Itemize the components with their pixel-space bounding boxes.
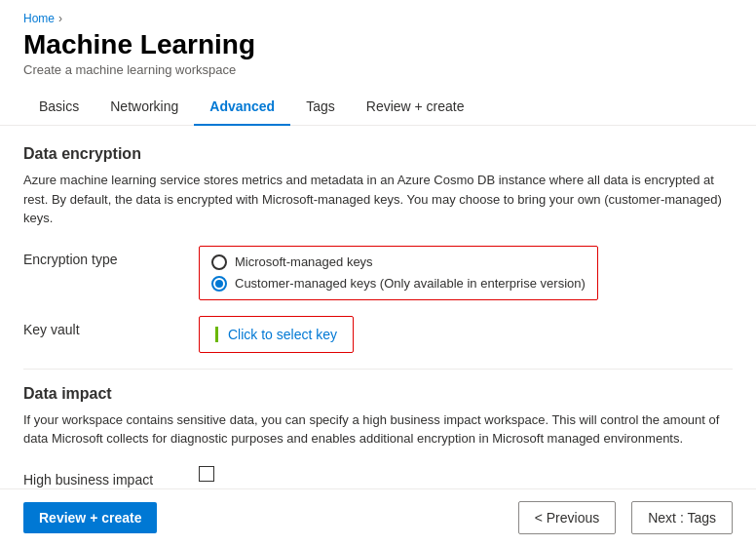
radio-customer-managed[interactable]: Customer-managed keys (Only available in…: [211, 276, 586, 292]
encryption-section-desc: Azure machine learning service stores me…: [23, 171, 733, 228]
page-title: Machine Learning: [23, 29, 733, 60]
radio-microsoft-managed[interactable]: Microsoft-managed keys: [211, 254, 586, 270]
breadcrumb-separator: ›: [58, 12, 62, 25]
next-button[interactable]: Next : Tags: [631, 501, 733, 534]
encryption-radio-group: Microsoft-managed keys Customer-managed …: [199, 246, 598, 300]
tab-networking[interactable]: Networking: [94, 89, 194, 126]
high-impact-control: [199, 466, 733, 482]
data-impact-title: Data impact: [23, 385, 733, 403]
tab-advanced[interactable]: Advanced: [194, 89, 290, 126]
page-subtitle: Create a machine learning workspace: [23, 62, 733, 77]
breadcrumb: Home ›: [0, 0, 756, 29]
radio-customer-managed-label: Customer-managed keys (Only available in…: [235, 276, 586, 291]
tab-review-create[interactable]: Review + create: [351, 89, 480, 126]
divider: [23, 369, 733, 370]
tab-tags[interactable]: Tags: [290, 89, 351, 126]
key-vault-row: Key vault Click to select key: [23, 316, 733, 353]
data-impact-desc: If your workspace contains sensitive dat…: [23, 410, 733, 448]
tab-basics[interactable]: Basics: [23, 89, 94, 126]
radio-microsoft-managed-label: Microsoft-managed keys: [235, 254, 373, 269]
encryption-type-label: Encryption type: [23, 246, 199, 267]
page-header: Machine Learning Create a machine learni…: [0, 29, 756, 89]
footer-right: < Previous Next : Tags: [518, 501, 733, 534]
encryption-type-control: Microsoft-managed keys Customer-managed …: [199, 246, 733, 300]
encryption-type-row: Encryption type Microsoft-managed keys C…: [23, 246, 733, 300]
tab-bar: Basics Networking Advanced Tags Review +…: [0, 89, 756, 126]
high-impact-checkbox-wrapper[interactable]: [199, 466, 733, 482]
footer: Review + create < Previous Next : Tags: [0, 488, 756, 546]
main-content: Data encryption Azure machine learning s…: [0, 126, 756, 538]
key-vault-label: Key vault: [23, 316, 199, 337]
breadcrumb-home[interactable]: Home: [23, 12, 55, 25]
key-vault-box: Click to select key: [199, 316, 354, 353]
radio-customer-managed-input[interactable]: [211, 276, 227, 292]
radio-microsoft-managed-input[interactable]: [211, 254, 227, 270]
review-create-button[interactable]: Review + create: [23, 502, 157, 533]
key-vault-link[interactable]: Click to select key: [215, 327, 337, 342]
encryption-section-title: Data encryption: [23, 145, 733, 163]
previous-button[interactable]: < Previous: [518, 501, 617, 534]
high-impact-checkbox[interactable]: [199, 466, 214, 482]
key-vault-control: Click to select key: [199, 316, 733, 353]
